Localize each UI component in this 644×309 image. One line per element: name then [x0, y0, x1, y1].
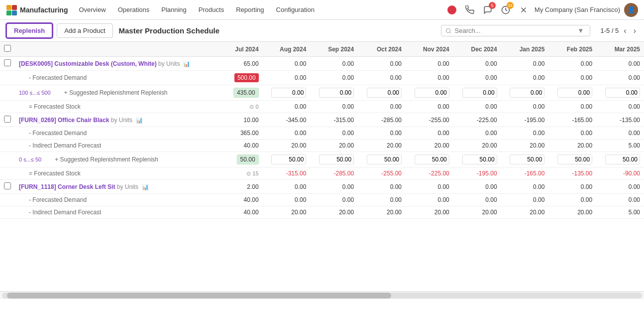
cell-value: 0.00	[485, 60, 497, 67]
replenishment-input[interactable]	[462, 154, 497, 164]
cell-value: 0.00	[437, 103, 449, 110]
cell-value: -195.00	[525, 117, 545, 124]
sub-row-label: - Forecasted Demand	[19, 196, 87, 203]
nav-reporting[interactable]: Reporting	[231, 4, 269, 15]
value-cell	[263, 85, 311, 101]
cell-value: 0.00	[342, 103, 354, 110]
replenishment-input[interactable]	[415, 88, 449, 98]
value-cell: ⊙ 0	[225, 101, 262, 113]
circle-icon-btn[interactable]	[445, 3, 459, 17]
table-header-row: Jul 2024 Aug 2024 Sep 2024 Oct 2024 Nov …	[0, 42, 644, 57]
replenishment-input[interactable]	[605, 154, 640, 164]
row-checkbox[interactable]	[4, 116, 11, 123]
svg-rect-1	[12, 4, 17, 9]
clock-icon-btn[interactable]: 34	[499, 3, 513, 17]
scroll-thumb[interactable]	[7, 293, 391, 299]
chart-icon[interactable]: 📊	[182, 61, 190, 67]
value-cell: 0.00	[406, 194, 453, 206]
replenishment-input[interactable]	[367, 154, 402, 164]
replenishment-input[interactable]	[271, 88, 306, 98]
replenishment-input[interactable]	[367, 88, 402, 98]
search-bar[interactable]: ▼	[441, 25, 590, 36]
nav-planning[interactable]: Planning	[156, 4, 192, 15]
value-cell	[596, 152, 644, 167]
product-link[interactable]: [DESK0005] Customizable Desk (Custom, Wh…	[19, 60, 157, 67]
cell-value: 0.00	[295, 130, 306, 137]
cell-value: 0.00	[342, 196, 354, 203]
product-link[interactable]: [FURN_1118] Corner Desk Left Sit	[19, 183, 115, 190]
replenishment-input[interactable]	[557, 88, 592, 98]
row-checkbox-cell	[0, 127, 15, 140]
search-dropdown-btn[interactable]: ▼	[575, 27, 586, 34]
value-cell: 0.00	[358, 57, 406, 71]
app-name: Manufacturing	[20, 6, 68, 14]
nav-operations[interactable]: Operations	[113, 4, 155, 15]
nav-overview[interactable]: Overview	[74, 4, 110, 15]
cell-value: 0.00	[295, 183, 306, 190]
replenishment-input[interactable]	[557, 154, 592, 164]
value-cell	[358, 152, 406, 167]
horizontal-scroll[interactable]	[2, 293, 642, 299]
nav-products[interactable]: Products	[194, 4, 229, 15]
value-cell: 20.00	[263, 140, 311, 152]
stock-icon: ⊙ 0	[249, 104, 258, 110]
replenishment-input[interactable]	[415, 154, 449, 164]
value-cell: 40.00	[225, 194, 262, 206]
replenishment-input[interactable]	[510, 88, 544, 98]
value-cell: 0.00	[310, 194, 358, 206]
value-cell: -165.00	[548, 113, 596, 127]
replenishment-input[interactable]	[319, 154, 354, 164]
value-cell: 435.00	[225, 85, 262, 101]
value-cell: 365.00	[225, 127, 262, 140]
cell-value: -225.00	[429, 170, 449, 177]
replenishment-input[interactable]	[271, 154, 306, 164]
replenishment-input[interactable]	[605, 88, 640, 98]
replenishment-input[interactable]	[319, 88, 354, 98]
select-all-checkbox[interactable]	[4, 45, 11, 52]
value-cell: 0.00	[358, 101, 406, 113]
replenish-button[interactable]: Replenish	[6, 23, 53, 38]
replenishment-input[interactable]	[462, 88, 497, 98]
value-cell	[310, 85, 358, 101]
value-cell: 0.00	[453, 194, 501, 206]
phone-icon-btn[interactable]	[463, 3, 477, 17]
value-cell: 20.00	[358, 140, 406, 152]
value-cell: -135.00	[596, 113, 644, 127]
row-checkbox[interactable]	[4, 182, 11, 189]
cell-value: 0.00	[342, 60, 354, 67]
pagination-next[interactable]: ›	[632, 25, 638, 36]
cell-value: 65.00	[244, 60, 259, 67]
bottom-scrollbar[interactable]	[0, 291, 644, 299]
value-cell: 65.00	[225, 57, 262, 71]
value-cell: 20.00	[548, 140, 596, 152]
chart-icon[interactable]: 📊	[134, 117, 143, 123]
cell-value: 40.00	[244, 196, 259, 203]
chat-icon-btn[interactable]: 5	[481, 3, 495, 17]
col-product-header	[15, 42, 225, 57]
sub-row: - Indirect Demand Forecast40.0020.0020.0…	[0, 140, 644, 152]
cell-value: 0.00	[581, 74, 592, 81]
chart-icon[interactable]: 📊	[140, 184, 149, 190]
cell-value: -255.00	[381, 170, 402, 177]
chat-badge: 5	[489, 2, 496, 9]
product-label-cell: [FURN_1118] Corner Desk Left Sit by Unit…	[15, 180, 225, 194]
row-checkbox[interactable]	[4, 59, 11, 66]
sub-row: - Forecasted Demand500.000.000.000.000.0…	[0, 71, 644, 85]
add-product-button[interactable]: Add a Product	[57, 23, 112, 38]
cell-value: 0.00	[390, 74, 402, 81]
nav-configuration[interactable]: Configuration	[271, 4, 320, 15]
cell-value: 0.00	[295, 196, 306, 203]
pagination-prev[interactable]: ‹	[622, 25, 628, 36]
highlighted-cell-red: 500.00	[234, 73, 259, 82]
replenishment-input[interactable]	[510, 154, 544, 164]
value-cell: 0.00	[310, 71, 358, 85]
user-avatar[interactable]: 👤	[624, 3, 638, 17]
cell-value: 20.00	[577, 209, 592, 216]
product-label-cell: - Indirect Demand Forecast	[15, 206, 225, 219]
value-cell	[453, 85, 501, 101]
product-link[interactable]: [FURN_0269] Office Chair Black	[19, 117, 109, 124]
close-icon-btn[interactable]	[517, 3, 531, 17]
value-cell: 0.00	[406, 71, 453, 85]
stock-with-icon: ⊙ 15	[229, 170, 258, 177]
search-input[interactable]	[455, 27, 576, 34]
